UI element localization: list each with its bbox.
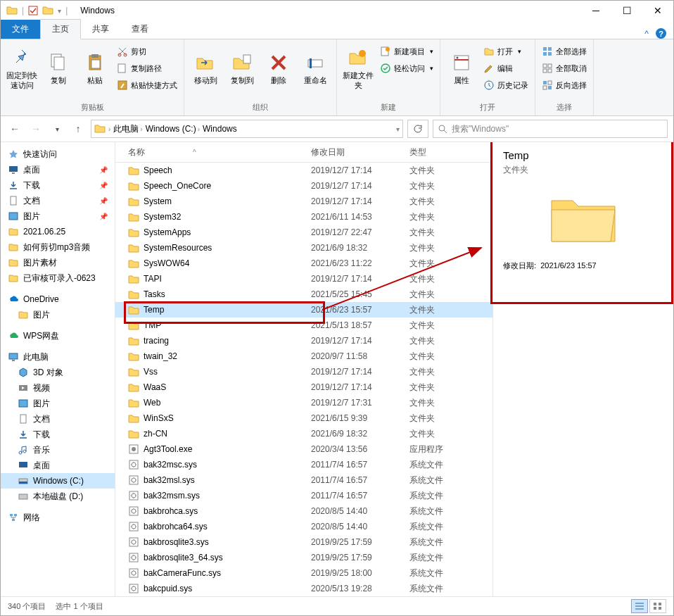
file-row[interactable]: Speech_OneCore2019/12/7 17:14文件夹 [115, 178, 492, 194]
pasteshortcut-button[interactable]: 粘贴快捷方式 [115, 77, 179, 93]
nav-thispc[interactable]: 此电脑 [1, 349, 115, 365]
paste-button[interactable]: 粘贴 [78, 41, 112, 96]
history-button[interactable]: 历史记录 [481, 77, 530, 93]
file-row[interactable]: bak32msm.sys2011/7/4 16:57系统文件 [115, 488, 492, 503]
selectnone-button[interactable]: 全部取消 [540, 61, 589, 76]
nav-downloads[interactable]: 下载 [1, 427, 115, 442]
file-row[interactable]: twain_322020/9/7 11:58文件夹 [115, 348, 492, 364]
file-modified: 2021/6/11 14:53 [311, 212, 409, 222]
file-row[interactable]: bakbrohca64.sys2020/8/5 14:40系统文件 [115, 519, 492, 534]
file-row[interactable]: WaaS2019/12/7 17:14文件夹 [115, 379, 492, 395]
copypath-button[interactable]: 复制路径 [115, 61, 179, 76]
nav-videos[interactable]: 视频 [1, 380, 115, 396]
newfolder-button[interactable]: 新建文件夹 [341, 41, 375, 96]
pin-button[interactable]: 固定到快速访问 [5, 41, 39, 96]
file-row[interactable]: System322021/6/11 14:53文件夹 [115, 209, 492, 225]
file-row[interactable]: Tasks2021/5/25 15:45文件夹 [115, 287, 492, 302]
file-name: bakCameraFunc.sys [144, 568, 221, 578]
file-row[interactable]: zh-CN2021/6/9 18:32文件夹 [115, 426, 492, 441]
file-row[interactable]: bakCameraFunc.sys2019/9/25 18:00系统文件 [115, 565, 492, 581]
tab-share[interactable]: 共享 [81, 20, 120, 39]
up-button[interactable]: ↑ [70, 120, 87, 137]
file-row[interactable]: bakbrosqlite3_64.sys2019/9/25 17:59系统文件 [115, 550, 492, 565]
file-row[interactable]: TMP2021/5/13 18:57文件夹 [115, 318, 492, 333]
file-row[interactable]: Web2019/12/7 17:31文件夹 [115, 395, 492, 410]
address-input[interactable]: › 此电脑› Windows (C:)› Windows ▾ [91, 120, 403, 138]
nav-downloads[interactable]: 下载📌 [1, 177, 115, 193]
nav-desktop[interactable]: 桌面📌 [1, 162, 115, 177]
nav-wps[interactable]: WPS网盘 [1, 328, 115, 344]
cut-button[interactable]: 剪切 [115, 44, 179, 59]
dropdown-chevron-icon[interactable]: ▾ [58, 7, 61, 15]
nav-documents[interactable]: 文档📌 [1, 193, 115, 208]
file-row[interactable]: Vss2019/12/7 17:14文件夹 [115, 364, 492, 379]
nav-cdrive[interactable]: Windows (C:) [1, 473, 115, 489]
file-name: twain_32 [144, 351, 177, 361]
selectall-button[interactable]: 全部选择 [540, 44, 589, 59]
file-row[interactable]: Speech2019/12/7 17:14文件夹 [115, 163, 492, 178]
search-box[interactable]: 搜索"Windows" [433, 120, 668, 138]
file-row[interactable]: bak32msc.sys2011/7/4 16:57系统文件 [115, 457, 492, 472]
nav-3dobjects[interactable]: 3D 对象 [1, 365, 115, 380]
recent-dropdown[interactable]: ▾ [49, 120, 65, 137]
file-row[interactable]: bakcpuid.sys2020/5/13 19:28系统文件 [115, 581, 492, 596]
nav-desktop[interactable]: 桌面 [1, 458, 115, 473]
column-header[interactable]: 名称^ 修改日期 类型 [115, 142, 492, 163]
back-button[interactable]: ← [6, 120, 23, 137]
tab-home[interactable]: 主页 [40, 19, 81, 39]
edit-button[interactable]: 编辑 [481, 61, 530, 76]
nav-documents[interactable]: 文档 [1, 411, 115, 427]
file-row[interactable]: TAPI2019/12/7 17:14文件夹 [115, 271, 492, 287]
file-row[interactable]: System2019/12/7 17:14文件夹 [115, 194, 492, 209]
file-row[interactable]: WinSxS2021/6/15 9:39文件夹 [115, 410, 492, 426]
copy-button[interactable]: 复制 [42, 41, 75, 96]
nav-pictures[interactable]: 图片📌 [1, 208, 115, 224]
help-icon[interactable]: ? [656, 28, 666, 39]
nav-folder[interactable]: 已审核可录入-0623 [1, 270, 115, 286]
file-row[interactable]: bakbrosqlite3.sys2019/9/25 17:59系统文件 [115, 534, 492, 550]
file-row[interactable]: Agt3Tool.exe2020/3/4 13:56应用程序 [115, 441, 492, 457]
nav-network[interactable]: 网络 [1, 510, 115, 525]
invert-button[interactable]: 反向选择 [540, 77, 589, 93]
maximize-button[interactable]: ☐ [611, 1, 642, 20]
rename-button[interactable]: 重命名 [298, 41, 332, 96]
tab-file[interactable]: 文件 [1, 20, 40, 39]
file-row[interactable]: tracing2019/12/7 17:14文件夹 [115, 333, 492, 348]
file-row[interactable]: SysWOW642021/6/23 11:22文件夹 [115, 256, 492, 271]
moveto-button[interactable]: 移动到 [189, 41, 222, 96]
file-row[interactable]: bak32msl.sys2011/7/4 16:57系统文件 [115, 472, 492, 488]
newitem-button[interactable]: 新建项目▾ [378, 44, 435, 59]
address-dropdown-icon[interactable]: ▾ [396, 125, 400, 133]
properties-button[interactable]: 属性 [445, 41, 478, 96]
details-view-button[interactable] [631, 599, 648, 613]
nav-music[interactable]: 音乐 [1, 442, 115, 458]
file-name: Speech [144, 165, 172, 175]
nav-quick-access[interactable]: 快速访问 [1, 146, 115, 162]
file-row[interactable]: bakbrohca.sys2020/8/5 14:40系统文件 [115, 503, 492, 519]
copyto-button[interactable]: 复制到 [225, 41, 259, 96]
close-button[interactable]: ✕ [642, 1, 673, 20]
open-button[interactable]: 打开▾ [481, 44, 530, 59]
qat-checkbox-icon[interactable] [28, 6, 38, 15]
icons-view-button[interactable] [649, 599, 666, 613]
file-modified: 2020/9/7 11:58 [311, 351, 409, 361]
forward-button[interactable]: → [27, 120, 44, 137]
nav-ddrive[interactable]: 本地磁盘 (D:) [1, 489, 115, 504]
easyaccess-button[interactable]: 轻松访问▾ [378, 61, 435, 76]
file-row[interactable]: SystemResources2021/6/9 18:32文件夹 [115, 240, 492, 256]
file-modified: 2020/5/13 19:28 [311, 584, 409, 593]
delete-button[interactable]: 删除 [262, 41, 295, 96]
refresh-button[interactable] [407, 120, 428, 138]
minimize-button[interactable]: ─ [580, 1, 611, 20]
nav-pictures[interactable]: 图片 [1, 396, 115, 411]
nav-folder[interactable]: 图片 [1, 307, 115, 322]
nav-folder[interactable]: 2021.06.25 [1, 224, 115, 239]
collapse-ribbon-icon[interactable]: ^ [644, 29, 649, 39]
tab-view[interactable]: 查看 [120, 20, 160, 39]
file-row[interactable]: Temp2021/6/23 15:57文件夹 [115, 302, 492, 318]
group-new: 新建 [341, 101, 435, 114]
nav-folder[interactable]: 如何剪切mp3音频 [1, 239, 115, 255]
nav-onedrive[interactable]: OneDrive [1, 291, 115, 307]
file-row[interactable]: SystemApps2019/12/7 22:47文件夹 [115, 225, 492, 240]
nav-folder[interactable]: 图片素材 [1, 255, 115, 270]
